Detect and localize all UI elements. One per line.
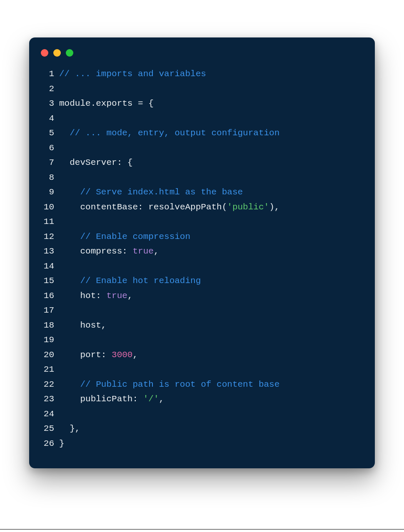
line-source: publicPath: '/', <box>59 392 367 407</box>
line-source: port: 3000, <box>59 348 367 363</box>
code-token <box>59 291 80 301</box>
line-number: 7 <box>37 155 59 170</box>
line-source: devServer: { <box>59 155 367 170</box>
code-token: module <box>59 99 91 108</box>
code-token: , <box>154 246 159 256</box>
line-number: 1 <box>37 67 59 82</box>
line-number: 4 <box>37 111 59 126</box>
code-token: compress <box>80 246 122 256</box>
code-line: 25 }, <box>37 421 367 436</box>
code-token: , <box>127 291 133 301</box>
code-token <box>59 128 70 138</box>
code-window: 1// ... imports and variables23module.ex… <box>29 37 375 468</box>
code-token <box>138 394 143 404</box>
code-line: 16 hot: true, <box>37 288 367 303</box>
code-token <box>59 158 70 167</box>
line-number: 17 <box>37 303 59 318</box>
line-number: 3 <box>37 96 59 111</box>
line-source <box>59 82 367 97</box>
code-token <box>59 187 80 197</box>
line-source <box>59 170 367 185</box>
code-line: 24 <box>37 407 367 422</box>
code-token <box>59 202 80 212</box>
line-source: } <box>59 436 367 451</box>
code-token: contentBase <box>80 202 138 212</box>
line-number: 2 <box>37 82 59 97</box>
minimize-icon[interactable] <box>53 49 61 57</box>
line-number: 22 <box>37 377 59 392</box>
line-source <box>59 141 367 156</box>
code-token <box>143 202 149 212</box>
code-token: : <box>101 350 107 360</box>
code-token: = { <box>132 99 153 108</box>
code-token: // Enable hot reloading <box>80 276 201 286</box>
code-token: // Public path is root of content base <box>80 380 279 389</box>
line-number: 21 <box>37 362 59 377</box>
code-token <box>101 291 107 301</box>
line-number: 9 <box>37 185 59 200</box>
page-stage: 1// ... imports and variables23module.ex… <box>0 0 404 532</box>
code-token: host <box>80 321 101 330</box>
code-token: : <box>117 158 122 167</box>
line-number: 5 <box>37 126 59 141</box>
line-number: 10 <box>37 200 59 215</box>
zoom-icon[interactable] <box>66 49 73 57</box>
code-line: 12 // Enable compression <box>37 229 367 244</box>
code-token: , <box>159 394 164 404</box>
code-line: 10 contentBase: resolveAppPath('public')… <box>37 200 367 215</box>
code-token <box>59 424 70 433</box>
line-number: 18 <box>37 318 59 333</box>
code-line: 8 <box>37 170 367 185</box>
code-token: '/' <box>143 394 159 404</box>
code-token: publicPath <box>80 394 132 404</box>
code-token <box>59 394 80 404</box>
line-source: // ... mode, entry, output configuration <box>59 126 367 141</box>
line-number: 23 <box>37 392 59 407</box>
code-line: 1// ... imports and variables <box>37 67 367 82</box>
close-icon[interactable] <box>41 49 48 57</box>
code-line: 23 publicPath: '/', <box>37 392 367 407</box>
code-token: : <box>132 394 138 404</box>
line-number: 6 <box>37 141 59 156</box>
code-token <box>106 350 112 360</box>
code-line: 7 devServer: { <box>37 155 367 170</box>
code-line: 17 <box>37 303 367 318</box>
line-source: // Enable hot reloading <box>59 273 367 288</box>
window-titlebar <box>29 37 375 61</box>
code-token: 'public' <box>227 202 269 212</box>
code-token: port <box>80 350 101 360</box>
line-number: 19 <box>37 333 59 348</box>
code-line: 20 port: 3000, <box>37 348 367 363</box>
code-line: 13 compress: true, <box>37 244 367 259</box>
code-token: } <box>59 439 65 448</box>
code-token: }, <box>70 424 80 433</box>
line-number: 11 <box>37 214 59 229</box>
line-number: 16 <box>37 288 59 303</box>
code-token: devServer <box>70 158 117 167</box>
line-source: // Enable compression <box>59 229 367 244</box>
code-line: 9 // Serve index.html as the base <box>37 185 367 200</box>
line-number: 8 <box>37 170 59 185</box>
code-token: : <box>122 246 127 256</box>
code-line: 5 // ... mode, entry, output configurati… <box>37 126 367 141</box>
code-token: resolveAppPath <box>148 202 222 212</box>
code-line: 11 <box>37 214 367 229</box>
code-line: 15 // Enable hot reloading <box>37 273 367 288</box>
code-line: 22 // Public path is root of content bas… <box>37 377 367 392</box>
line-source: host, <box>59 318 367 333</box>
code-line: 26} <box>37 436 367 451</box>
code-token: { <box>127 158 133 167</box>
code-line: 6 <box>37 141 367 156</box>
line-source: module.exports = { <box>59 96 367 111</box>
code-line: 2 <box>37 82 367 97</box>
line-source: }, <box>59 421 367 436</box>
line-source <box>59 407 367 422</box>
code-token <box>59 350 80 360</box>
line-source: hot: true, <box>59 288 367 303</box>
line-number: 20 <box>37 348 59 363</box>
code-token: 3000 <box>112 350 132 360</box>
line-source <box>59 303 367 318</box>
line-number: 14 <box>37 259 59 274</box>
code-token <box>59 276 80 286</box>
code-token: // ... mode, entry, output configuration <box>70 128 279 138</box>
